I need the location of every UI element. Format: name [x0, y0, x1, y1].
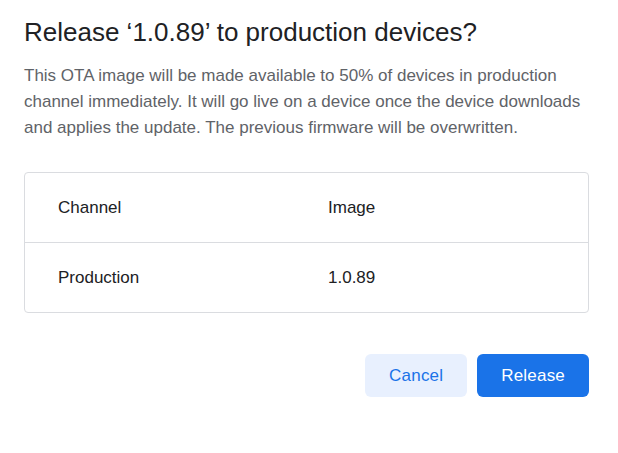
- dialog-description: This OTA image will be made available to…: [24, 63, 586, 141]
- dialog-actions: Cancel Release: [24, 354, 589, 397]
- cell-image-value: 1.0.89: [295, 268, 588, 288]
- dialog-title: Release ‘1.0.89’ to production devices?: [24, 0, 589, 49]
- column-header-channel: Channel: [25, 198, 295, 218]
- cell-channel-value: Production: [25, 268, 295, 288]
- column-header-image: Image: [295, 198, 588, 218]
- release-confirmation-dialog: Release ‘1.0.89’ to production devices? …: [0, 0, 618, 453]
- cancel-button[interactable]: Cancel: [365, 354, 467, 397]
- release-button[interactable]: Release: [477, 354, 589, 397]
- table-header-row: Channel Image: [25, 173, 588, 243]
- table-row: Production 1.0.89: [25, 243, 588, 312]
- release-table: Channel Image Production 1.0.89: [24, 172, 589, 313]
